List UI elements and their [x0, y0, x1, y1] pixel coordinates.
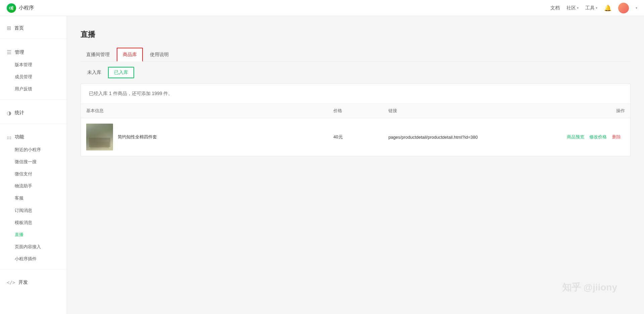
user-arrow: ▾ [636, 6, 637, 10]
sidebar-section-features: ⚏ 功能 附近的小程序 微信搜一搜 微信支付 物流助手 客服 订阅消息 模板 [0, 125, 67, 268]
sidebar-home-label: 首页 [14, 25, 24, 31]
sidebar-item-home[interactable]: ⊞ 首页 [0, 21, 67, 35]
table-body: 简约知性全棉四件套 40元 pages/productdetail/produc… [81, 118, 630, 156]
sidebar-item-member[interactable]: 成员管理 [0, 71, 67, 83]
sidebar-stats-label: 统计 [15, 110, 24, 116]
content-box: 已经入库 1 件商品，还可添加 1999 件。 基本信息 价格 链接 操作 [80, 84, 631, 156]
sidebar-item-dev[interactable]: </> 开发 [0, 276, 67, 289]
product-info: 简约知性全棉四件套 [86, 124, 323, 150]
action-preview[interactable]: 商品预览 [567, 134, 584, 139]
stats-icon: ◑ [7, 110, 11, 116]
home-icon: ⊞ [7, 25, 11, 31]
tabs-level1: 直播间管理 商品库 使用说明 [80, 48, 631, 61]
sidebar-section-management: ☰ 管理 版本管理 成员管理 用户反馈 [0, 40, 67, 98]
tab-room-manage[interactable]: 直播间管理 [80, 48, 115, 61]
sidebar-item-subscribe-msg[interactable]: 订阅消息 [0, 205, 67, 217]
sidebar-section-home: ⊞ 首页 [0, 16, 67, 37]
cell-basic-info: 简约知性全棉四件套 [81, 118, 328, 156]
sidebar-dev-label: 开发 [18, 279, 28, 285]
community-arrow: ▾ [577, 6, 579, 10]
sub-tab-not-in-lib[interactable]: 未入库 [80, 67, 108, 78]
divider-3 [0, 124, 67, 124]
divider-2 [0, 99, 67, 100]
sidebar-item-wechat-search[interactable]: 微信搜一搜 [0, 156, 67, 168]
app-name: 小程序 [19, 5, 34, 11]
layout: ⊞ 首页 ☰ 管理 版本管理 成员管理 用户反馈 ◑ [0, 0, 644, 314]
sidebar-item-wechat-pay[interactable]: 微信支付 [0, 168, 67, 180]
sidebar: ⊞ 首页 ☰ 管理 版本管理 成员管理 用户反馈 ◑ [0, 16, 67, 314]
cell-actions: 商品预览 修改价格 删除 [548, 118, 630, 156]
community-dropdown[interactable]: 社区 ▾ [567, 5, 579, 11]
tools-arrow: ▾ [596, 6, 597, 10]
sidebar-item-nearby[interactable]: 附近的小程序 [0, 144, 67, 156]
product-image [86, 124, 113, 150]
tabs-level2: 未入库 已入库 [80, 61, 631, 78]
product-name: 简约知性全棉四件套 [118, 134, 157, 140]
sidebar-item-features[interactable]: ⚏ 功能 [0, 131, 67, 144]
divider-4 [0, 269, 67, 269]
content-info: 已经入库 1 件商品，还可添加 1999 件。 [81, 84, 630, 104]
tab-usage-guide[interactable]: 使用说明 [144, 48, 174, 61]
sidebar-item-plugin[interactable]: 小程序插件 [0, 253, 67, 265]
svg-point-0 [9, 7, 11, 9]
sidebar-item-template-msg[interactable]: 模板消息 [0, 217, 67, 229]
features-icon: ⚏ [7, 134, 11, 140]
svg-line-4 [11, 8, 12, 9]
divider-1 [0, 39, 67, 39]
svg-point-1 [12, 6, 13, 8]
sidebar-section-stats: ◑ 统计 [0, 101, 67, 122]
svg-point-2 [12, 8, 13, 10]
sidebar-item-service[interactable]: 客服 [0, 192, 67, 204]
tools-label: 工具 [585, 5, 595, 11]
sidebar-item-management[interactable]: ☰ 管理 [0, 46, 67, 59]
sidebar-item-feedback[interactable]: 用户反馈 [0, 83, 67, 95]
products-table: 基本信息 价格 链接 操作 [81, 104, 630, 156]
sidebar-section-dev: </> 开发 [0, 271, 67, 291]
sidebar-management-label: 管理 [15, 49, 24, 55]
main-content: 直播 直播间管理 商品库 使用说明 未入库 已入库 已经入库 1 [67, 16, 644, 314]
dev-icon: </> [7, 280, 15, 285]
product-image-inner [86, 124, 113, 150]
table-row: 简约知性全棉四件套 40元 pages/productdetail/produc… [81, 118, 630, 156]
action-delete[interactable]: 删除 [612, 134, 621, 139]
col-basic-info: 基本信息 [81, 104, 328, 118]
table-header: 基本信息 价格 链接 操作 [81, 104, 630, 118]
sidebar-item-stats[interactable]: ◑ 统计 [0, 106, 67, 120]
community-label: 社区 [567, 5, 576, 11]
logo-icon [7, 3, 16, 13]
topnav-right: 文档 社区 ▾ 工具 ▾ 🔔 ▾ [550, 3, 637, 13]
top-navigation: 小程序 文档 社区 ▾ 工具 ▾ 🔔 ▾ [0, 0, 644, 16]
page-title: 直播 [80, 30, 631, 40]
sidebar-item-live[interactable]: 直播 [0, 229, 67, 241]
sub-tab-in-lib[interactable]: 已入库 [108, 67, 134, 78]
tab-goods-lib[interactable]: 商品库 [117, 48, 143, 61]
cell-link: pages/productdetail/productdetail.html?i… [383, 118, 548, 156]
cell-price: 40元 [328, 118, 383, 156]
app-logo[interactable]: 小程序 [7, 3, 550, 13]
col-price: 价格 [328, 104, 383, 118]
col-actions: 操作 [548, 104, 630, 118]
sidebar-features-label: 功能 [15, 134, 24, 140]
action-edit-price[interactable]: 修改价格 [589, 134, 607, 139]
bell-icon[interactable]: 🔔 [604, 4, 611, 12]
sidebar-item-version[interactable]: 版本管理 [0, 59, 67, 71]
doc-link[interactable]: 文档 [550, 5, 560, 11]
sidebar-item-page-content[interactable]: 页面内容接入 [0, 241, 67, 253]
tools-dropdown[interactable]: 工具 ▾ [585, 5, 597, 11]
management-icon: ☰ [7, 49, 11, 55]
sidebar-item-logistics[interactable]: 物流助手 [0, 180, 67, 192]
col-link: 链接 [383, 104, 548, 118]
svg-line-3 [11, 7, 12, 7]
user-avatar[interactable] [618, 3, 629, 13]
